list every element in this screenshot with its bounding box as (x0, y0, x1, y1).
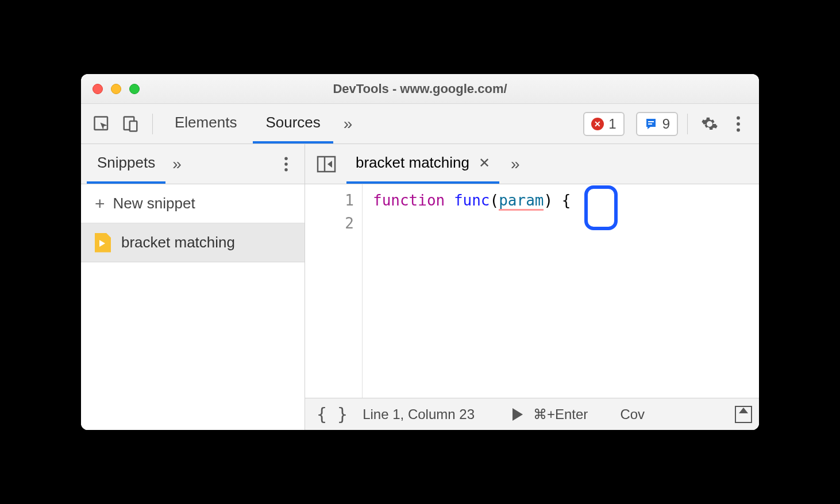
code-line: function func(param) { (373, 189, 759, 212)
editor-more-tabs-icon[interactable]: » (504, 155, 527, 173)
sidebar-tabs: Snippets » (81, 144, 305, 184)
svg-rect-3 (648, 121, 654, 122)
svg-point-7 (737, 128, 740, 131)
sidebar-more-tabs-icon[interactable]: » (165, 155, 188, 173)
more-tabs-icon[interactable]: » (337, 115, 360, 133)
plus-icon: + (95, 194, 105, 214)
tab-elements[interactable]: Elements (162, 104, 249, 144)
token-brace: { (562, 192, 571, 209)
line-number: 2 (305, 212, 354, 235)
token-paren-close: ) (544, 192, 553, 209)
close-window-button[interactable] (93, 84, 103, 94)
traffic-lights (93, 84, 140, 94)
cursor-position: Line 1, Column 23 (363, 406, 475, 422)
issue-count: 9 (662, 116, 670, 132)
kebab-menu-icon[interactable] (726, 111, 751, 137)
editor-body[interactable]: 1 2 function func(param) { (305, 184, 759, 398)
code-area[interactable]: function func(param) { (363, 184, 759, 398)
run-shortcut-label: ⌘+Enter (533, 406, 588, 422)
statusbar: { } Line 1, Column 23 ⌘+Enter Cov (305, 398, 759, 430)
sidebar: Snippets » + New snippet bracket matchin… (81, 144, 305, 430)
maximize-window-button[interactable] (129, 84, 140, 94)
coverage-label[interactable]: Cov (620, 406, 645, 422)
token-param: param (499, 192, 544, 211)
svg-rect-11 (318, 157, 335, 172)
svg-point-9 (284, 162, 287, 165)
devtools-window: DevTools - www.google.com/ Elements Sour… (81, 74, 759, 430)
token-paren-open: ( (490, 192, 499, 209)
snippet-item-label: bracket matching (121, 234, 235, 251)
sidebar-empty (81, 262, 305, 430)
error-count: 1 (608, 116, 616, 132)
inspect-element-icon[interactable] (89, 111, 114, 137)
tab-sources[interactable]: Sources (253, 104, 333, 144)
editor-tab[interactable]: bracket matching ✕ (346, 144, 499, 184)
main-toolbar: Elements Sources » ✕ 1 9 (81, 104, 759, 144)
editor-tabs: bracket matching ✕ » (305, 144, 759, 184)
drawer-toggle-icon[interactable] (735, 406, 752, 423)
issues-badge[interactable]: 9 (636, 112, 678, 136)
snippet-file-icon (95, 233, 111, 253)
svg-point-10 (284, 168, 287, 171)
pretty-print-icon[interactable]: { } (312, 404, 352, 424)
sidebar-kebab-icon[interactable] (273, 152, 299, 177)
svg-point-6 (737, 122, 740, 126)
error-icon: ✕ (591, 118, 604, 130)
settings-icon[interactable] (697, 111, 722, 137)
body-area: Snippets » + New snippet bracket matchin… (81, 144, 759, 430)
minimize-window-button[interactable] (111, 84, 121, 94)
toolbar-divider (152, 114, 153, 134)
annotation-highlight (584, 185, 618, 230)
window-title: DevTools - www.google.com/ (81, 82, 759, 96)
token-function-name: func (454, 192, 490, 209)
snippet-item[interactable]: bracket matching (81, 223, 305, 262)
line-gutter: 1 2 (305, 184, 363, 398)
token-keyword: function (373, 192, 445, 209)
device-toggle-icon[interactable] (118, 111, 143, 137)
new-snippet-label: New snippet (113, 195, 195, 212)
svg-rect-4 (648, 123, 652, 125)
close-tab-icon[interactable]: ✕ (479, 155, 490, 171)
svg-point-5 (737, 116, 740, 119)
editor-pane: bracket matching ✕ » 1 2 function func(p… (305, 144, 759, 430)
svg-rect-2 (130, 121, 137, 131)
new-snippet-button[interactable]: + New snippet (81, 184, 305, 223)
error-badge[interactable]: ✕ 1 (583, 112, 624, 136)
editor-tab-label: bracket matching (356, 154, 469, 172)
line-number: 1 (305, 189, 354, 212)
titlebar: DevTools - www.google.com/ (81, 74, 759, 104)
issue-icon (644, 117, 658, 131)
sidebar-tab-snippets[interactable]: Snippets (87, 144, 165, 184)
collapse-sidebar-icon[interactable] (311, 156, 342, 173)
toolbar-divider-2 (687, 114, 688, 134)
run-icon[interactable] (513, 408, 523, 421)
svg-point-8 (284, 157, 287, 160)
